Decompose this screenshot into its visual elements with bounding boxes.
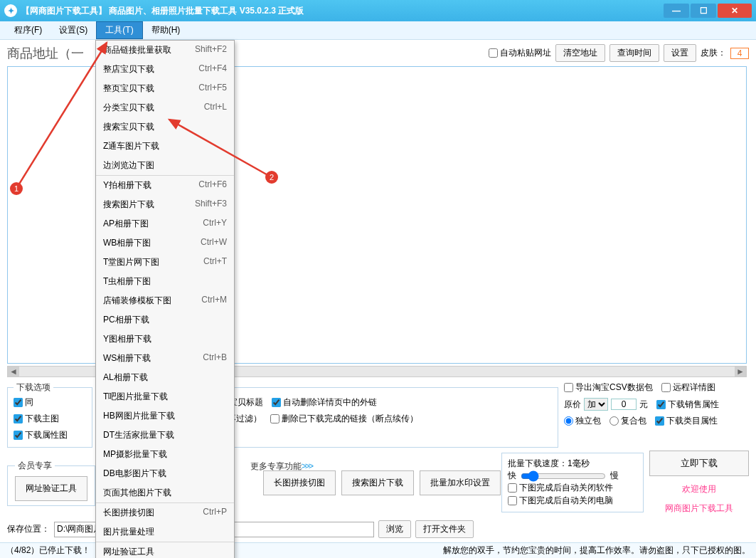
download-now-button[interactable]: 立即下载 (649, 451, 749, 476)
dropdown-item[interactable]: WS相册下载Ctrl+B (96, 349, 234, 368)
dropdown-item[interactable]: 整店宝贝下载Ctrl+F4 (96, 60, 234, 79)
open-folder-button[interactable]: 打开文件夹 (415, 520, 474, 538)
attr-image-checkbox[interactable]: 下载属性图 (14, 429, 86, 441)
export-csv-checkbox[interactable]: 导出淘宝CSV数据包 (564, 381, 653, 394)
dropdown-item[interactable]: T堂图片网下图Ctrl+T (96, 253, 234, 272)
dropdown-item[interactable]: 店铺装修模板下图Ctrl+M (96, 291, 234, 310)
menu-help[interactable]: 帮助(H) (143, 21, 189, 39)
validate-url-button[interactable]: 网址验证工具 (15, 476, 87, 501)
member-legend: 会员专享 (15, 460, 55, 472)
scroll-left-icon[interactable]: ◄ (8, 367, 19, 377)
price-value-input[interactable] (611, 399, 637, 410)
settings-button[interactable]: 设置 (664, 44, 696, 62)
main-image-checkbox[interactable]: 下载主图 (14, 413, 86, 425)
menubar: 程序(F) 设置(S) 工具(T) 帮助(H) (0, 21, 756, 40)
batch-speed-box: 批量下载速度：1毫秒 快 慢 下图完成后自动关闭软件 下图完成后自动关闭电脑 (501, 453, 644, 512)
dropdown-item[interactable]: PC相册下载 (96, 310, 234, 330)
dropdown-item[interactable]: T虫相册下图 (96, 272, 234, 291)
dropdown-item[interactable]: WB相册下图Ctrl+W (96, 233, 234, 253)
autopaste-checkbox[interactable]: 自动粘贴网址 (489, 47, 551, 59)
dl-cat-attr-checkbox[interactable]: 下载类目属性 (655, 415, 718, 427)
radio-single[interactable]: 独立包 (564, 415, 601, 427)
status-right: 解放您的双手，节约您宝贵的时间，提高工作效率。请勿盗图，只下已授权的图。 (443, 544, 750, 557)
dropdown-item[interactable]: Y图相册下载 (96, 330, 234, 349)
window-title: 【网商图片下载工具】 商品图片、相册照片批量下载工具 V35.0.2.3 正式版 (21, 5, 662, 17)
dropdown-item[interactable]: DT生活家批量下载 (96, 426, 234, 445)
menu-program[interactable]: 程序(F) (6, 21, 50, 39)
fast-label: 快 (508, 470, 516, 482)
price-label: 原价 (564, 399, 581, 411)
browse-button[interactable]: 浏览 (378, 520, 411, 538)
watermark-button[interactable]: 批量加水印设置 (420, 470, 501, 495)
search-download-button[interactable]: 搜索图片下载 (341, 470, 414, 495)
same-name-checkbox[interactable]: 同 (14, 396, 86, 409)
dropdown-item[interactable]: 页面其他图片下载 (96, 483, 234, 502)
dropdown-item[interactable]: 图片批量处理 (96, 522, 234, 542)
price-unit: 元 (639, 399, 648, 411)
arrows-icon: >>> (302, 461, 312, 471)
dropdown-item[interactable]: 整页宝贝下载Ctrl+F5 (96, 79, 234, 98)
scroll-right-icon[interactable]: ► (735, 367, 746, 377)
dropdown-item[interactable]: HB网图片批量下载 (96, 406, 234, 426)
annotation-1: 1 (10, 182, 23, 195)
dropdown-item[interactable]: 网址验证工具 (96, 542, 234, 558)
dropdown-item[interactable]: 搜索宝贝下载 (96, 117, 234, 137)
batch-speed-label: 批量下载速度：1毫秒 (508, 458, 637, 470)
minimize-button[interactable]: — (664, 4, 689, 18)
query-time-button[interactable]: 查询时间 (609, 44, 659, 62)
dropdown-item[interactable]: T吧图片批量下载 (96, 387, 234, 406)
dropdown-item[interactable]: Y拍相册下载Ctrl+F6 (96, 175, 234, 195)
radio-combo[interactable]: 复合包 (609, 415, 646, 427)
dl-sale-attr-checkbox[interactable]: 下载销售属性 (656, 399, 719, 411)
clear-address-button[interactable]: 清空地址 (555, 44, 605, 62)
dropdown-item[interactable]: 搜索图片下载Shift+F3 (96, 195, 234, 214)
menu-settings[interactable]: 设置(S) (50, 21, 96, 39)
speed-slider[interactable] (521, 470, 606, 482)
auto-close-soft-checkbox[interactable]: 下图完成后自动关闭软件 (508, 482, 613, 494)
dropdown-item[interactable]: AL相册下载 (96, 368, 234, 387)
dropdown-item[interactable]: Z通车图片下载 (96, 137, 234, 156)
welcome-line1: 欢迎使用 (682, 483, 716, 495)
dropdown-item[interactable]: 分类宝贝下载Ctrl+L (96, 98, 234, 117)
download-options-fieldset: 下载选项 同 下载主图 下载属性图 (7, 381, 92, 448)
dropdown-item[interactable]: AP相册下图Ctrl+Y (96, 214, 234, 233)
dropdown-item[interactable]: 边浏览边下图 (96, 156, 234, 175)
slow-label: 慢 (610, 470, 619, 482)
app-icon: ✦ (4, 4, 17, 17)
del-done-checkbox[interactable]: 删除已下载完成的链接（断点续传） (270, 413, 418, 425)
dropdown-item[interactable]: DB电影图片下载 (96, 464, 234, 483)
address-label: 商品地址（一 (7, 45, 84, 62)
dropdown-item[interactable]: 商品链接批量获取Shift+F2 (96, 41, 234, 60)
annotation-2: 2 (265, 171, 278, 184)
status-left: （4/82）已停止下载！ (6, 544, 90, 557)
auto-close-pc-checkbox[interactable]: 下图完成后自动关闭电脑 (508, 495, 613, 507)
titlebar: ✦ 【网商图片下载工具】 商品图片、相册照片批量下载工具 V35.0.2.3 正… (0, 0, 756, 21)
maximize-button[interactable]: ☐ (691, 4, 716, 18)
price-op-select[interactable]: 加 (584, 398, 608, 411)
dropdown-item[interactable]: MP摄影批量下载 (96, 445, 234, 464)
save-location-label: 保存位置： (7, 523, 50, 535)
close-button[interactable]: ✕ (718, 4, 752, 18)
skin-label: 皮肤： (701, 47, 726, 59)
dropdown-item[interactable]: 长图拼接切图Ctrl+P (96, 502, 234, 522)
remote-detail-checkbox[interactable]: 远程详情图 (661, 381, 715, 394)
price-group: 原价 加 元 (564, 398, 648, 411)
skin-input[interactable] (730, 48, 749, 59)
welcome-line2: 网商图片下载工具 (665, 502, 733, 515)
tools-dropdown: 商品链接批量获取Shift+F2整店宝贝下载Ctrl+F4整页宝贝下载Ctrl+… (95, 40, 235, 558)
menu-tools[interactable]: 工具(T) (96, 21, 142, 39)
more-features-label: 更多专享功能 (250, 461, 302, 471)
member-fieldset: 会员专享 网址验证工具 (7, 460, 95, 506)
download-options-legend: 下载选项 (14, 381, 53, 394)
auto-del-links-checkbox[interactable]: 自动删除详情页中的外链 (272, 396, 377, 409)
stitch-button[interactable]: 长图拼接切图 (263, 470, 336, 495)
